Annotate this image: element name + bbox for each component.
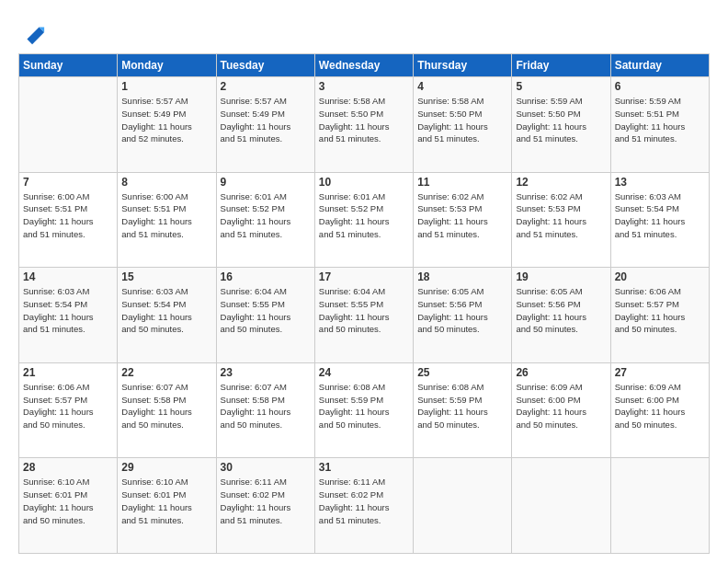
day-number: 31 <box>319 461 409 474</box>
day-number: 27 <box>615 366 705 379</box>
day-info: Sunrise: 6:09 AMSunset: 6:00 PMDaylight:… <box>615 381 705 431</box>
calendar-cell: 22Sunrise: 6:07 AMSunset: 5:58 PMDayligh… <box>118 362 216 458</box>
day-number: 29 <box>121 461 211 474</box>
day-info: Sunrise: 5:58 AMSunset: 5:50 PMDaylight:… <box>319 95 409 145</box>
weekday-header: Tuesday <box>216 54 314 77</box>
day-number: 7 <box>23 176 113 189</box>
calendar-cell: 7Sunrise: 6:00 AMSunset: 5:51 PMDaylight… <box>19 172 118 268</box>
day-info: Sunrise: 6:04 AMSunset: 5:55 PMDaylight:… <box>221 285 311 336</box>
calendar-cell: 11Sunrise: 6:02 AMSunset: 5:53 PMDayligh… <box>414 172 512 268</box>
calendar-cell: 27Sunrise: 6:09 AMSunset: 6:00 PMDayligh… <box>610 362 709 458</box>
calendar-cell: 4Sunrise: 5:58 AMSunset: 5:50 PMDaylight… <box>414 77 512 173</box>
weekday-header-row: SundayMondayTuesdayWednesdayThursdayFrid… <box>19 54 710 77</box>
calendar-cell: 3Sunrise: 5:58 AMSunset: 5:50 PMDaylight… <box>314 77 413 173</box>
day-number: 1 <box>121 80 211 93</box>
day-number: 21 <box>23 366 113 379</box>
calendar-page: SundayMondayTuesdayWednesdayThursdayFrid… <box>0 0 728 563</box>
day-info: Sunrise: 6:00 AMSunset: 5:51 PMDaylight:… <box>121 190 211 241</box>
day-number: 20 <box>615 270 705 283</box>
day-info: Sunrise: 5:58 AMSunset: 5:50 PMDaylight:… <box>417 95 507 145</box>
calendar-cell <box>610 458 709 554</box>
calendar-cell: 19Sunrise: 6:05 AMSunset: 5:56 PMDayligh… <box>512 268 610 363</box>
day-info: Sunrise: 5:59 AMSunset: 5:51 PMDaylight:… <box>615 95 705 145</box>
day-info: Sunrise: 6:07 AMSunset: 5:58 PMDaylight:… <box>221 381 311 431</box>
day-number: 17 <box>319 270 409 283</box>
calendar-cell: 14Sunrise: 6:03 AMSunset: 5:54 PMDayligh… <box>19 268 118 363</box>
day-number: 18 <box>417 270 507 283</box>
day-info: Sunrise: 6:02 AMSunset: 5:53 PMDaylight:… <box>417 190 507 241</box>
calendar-week-row: 7Sunrise: 6:00 AMSunset: 5:51 PMDaylight… <box>19 172 710 268</box>
calendar-cell: 28Sunrise: 6:10 AMSunset: 6:01 PMDayligh… <box>19 458 118 554</box>
calendar-cell: 26Sunrise: 6:09 AMSunset: 6:00 PMDayligh… <box>512 362 610 458</box>
day-info: Sunrise: 6:11 AMSunset: 6:02 PMDaylight:… <box>221 476 311 526</box>
calendar-cell: 15Sunrise: 6:03 AMSunset: 5:54 PMDayligh… <box>118 268 216 363</box>
day-number: 5 <box>516 80 606 93</box>
weekday-header: Wednesday <box>314 54 413 77</box>
calendar-table: SundayMondayTuesdayWednesdayThursdayFrid… <box>18 53 710 554</box>
day-info: Sunrise: 6:06 AMSunset: 5:57 PMDaylight:… <box>615 285 705 336</box>
day-info: Sunrise: 6:06 AMSunset: 5:57 PMDaylight:… <box>23 381 113 431</box>
day-number: 15 <box>121 270 211 283</box>
day-number: 4 <box>417 80 507 93</box>
day-number: 8 <box>121 176 211 189</box>
day-number: 16 <box>221 270 311 283</box>
calendar-cell: 8Sunrise: 6:00 AMSunset: 5:51 PMDaylight… <box>118 172 216 268</box>
day-info: Sunrise: 6:04 AMSunset: 5:55 PMDaylight:… <box>319 285 409 336</box>
calendar-cell: 25Sunrise: 6:08 AMSunset: 5:59 PMDayligh… <box>414 362 512 458</box>
weekday-header: Friday <box>512 54 610 77</box>
day-number: 19 <box>516 270 606 283</box>
calendar-cell: 1Sunrise: 5:57 AMSunset: 5:49 PMDaylight… <box>118 77 216 173</box>
day-info: Sunrise: 6:02 AMSunset: 5:53 PMDaylight:… <box>516 190 606 241</box>
day-number: 22 <box>121 366 211 379</box>
day-number: 6 <box>615 80 705 93</box>
day-info: Sunrise: 6:03 AMSunset: 5:54 PMDaylight:… <box>615 190 705 241</box>
day-number: 25 <box>417 366 507 379</box>
day-info: Sunrise: 5:57 AMSunset: 5:49 PMDaylight:… <box>121 95 211 145</box>
day-number: 13 <box>615 176 705 189</box>
calendar-cell: 29Sunrise: 6:10 AMSunset: 6:01 PMDayligh… <box>118 458 216 554</box>
calendar-cell: 10Sunrise: 6:01 AMSunset: 5:52 PMDayligh… <box>314 172 413 268</box>
calendar-cell <box>512 458 610 554</box>
weekday-header: Saturday <box>610 54 709 77</box>
header <box>18 17 710 46</box>
day-number: 24 <box>319 366 409 379</box>
calendar-cell: 24Sunrise: 6:08 AMSunset: 5:59 PMDayligh… <box>314 362 413 458</box>
calendar-cell <box>19 77 118 173</box>
day-number: 26 <box>516 366 606 379</box>
day-number: 10 <box>319 176 409 189</box>
day-number: 2 <box>221 80 311 93</box>
day-info: Sunrise: 6:08 AMSunset: 5:59 PMDaylight:… <box>417 381 507 431</box>
day-info: Sunrise: 6:11 AMSunset: 6:02 PMDaylight:… <box>319 476 409 526</box>
logo-icon <box>20 20 46 46</box>
day-info: Sunrise: 6:10 AMSunset: 6:01 PMDaylight:… <box>121 476 211 526</box>
calendar-cell: 20Sunrise: 6:06 AMSunset: 5:57 PMDayligh… <box>610 268 709 363</box>
day-info: Sunrise: 6:00 AMSunset: 5:51 PMDaylight:… <box>23 190 113 241</box>
calendar-cell: 5Sunrise: 5:59 AMSunset: 5:50 PMDaylight… <box>512 77 610 173</box>
calendar-cell: 18Sunrise: 6:05 AMSunset: 5:56 PMDayligh… <box>414 268 512 363</box>
calendar-cell: 16Sunrise: 6:04 AMSunset: 5:55 PMDayligh… <box>216 268 314 363</box>
weekday-header: Monday <box>118 54 216 77</box>
weekday-header: Sunday <box>19 54 118 77</box>
day-number: 30 <box>221 461 311 474</box>
calendar-cell <box>414 458 512 554</box>
calendar-week-row: 21Sunrise: 6:06 AMSunset: 5:57 PMDayligh… <box>19 362 710 458</box>
calendar-cell: 30Sunrise: 6:11 AMSunset: 6:02 PMDayligh… <box>216 458 314 554</box>
day-info: Sunrise: 6:08 AMSunset: 5:59 PMDaylight:… <box>319 381 409 431</box>
day-info: Sunrise: 6:05 AMSunset: 5:56 PMDaylight:… <box>417 285 507 336</box>
calendar-cell: 2Sunrise: 5:57 AMSunset: 5:49 PMDaylight… <box>216 77 314 173</box>
calendar-week-row: 14Sunrise: 6:03 AMSunset: 5:54 PMDayligh… <box>19 268 710 363</box>
day-info: Sunrise: 6:09 AMSunset: 6:00 PMDaylight:… <box>516 381 606 431</box>
day-number: 3 <box>319 80 409 93</box>
day-info: Sunrise: 5:57 AMSunset: 5:49 PMDaylight:… <box>221 95 311 145</box>
day-number: 12 <box>516 176 606 189</box>
day-number: 11 <box>417 176 507 189</box>
calendar-cell: 13Sunrise: 6:03 AMSunset: 5:54 PMDayligh… <box>610 172 709 268</box>
day-number: 14 <box>23 270 113 283</box>
day-info: Sunrise: 6:03 AMSunset: 5:54 PMDaylight:… <box>23 285 113 336</box>
weekday-header: Thursday <box>414 54 512 77</box>
calendar-cell: 31Sunrise: 6:11 AMSunset: 6:02 PMDayligh… <box>314 458 413 554</box>
calendar-week-row: 28Sunrise: 6:10 AMSunset: 6:01 PMDayligh… <box>19 458 710 554</box>
calendar-cell: 9Sunrise: 6:01 AMSunset: 5:52 PMDaylight… <box>216 172 314 268</box>
calendar-week-row: 1Sunrise: 5:57 AMSunset: 5:49 PMDaylight… <box>19 77 710 173</box>
logo <box>18 20 46 46</box>
